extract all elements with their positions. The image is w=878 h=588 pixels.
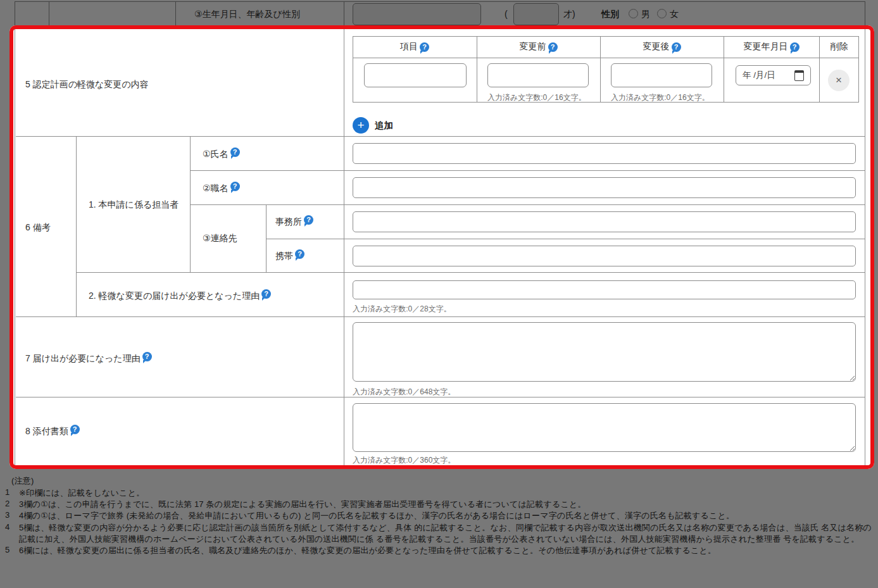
title-input[interactable]	[353, 177, 856, 198]
change-before-input[interactable]	[487, 63, 589, 87]
note-text: 6欄には、軽微な変更の届出に係る担当者の氏名、職名及び連絡先のほか、軽微な変更の…	[19, 545, 716, 556]
help-icon[interactable]	[672, 42, 681, 52]
grid-line	[49, 1, 49, 28]
grid-line	[190, 170, 865, 171]
help-icon[interactable]	[230, 147, 240, 157]
note-text: ※印欄には、記載をしないこと。	[19, 487, 144, 499]
change-item-input[interactable]	[364, 63, 467, 87]
section8-counter: 入力済み文字数:0／360文字。	[353, 455, 455, 466]
note-text: 記載に加え、外国人技能実習機構のホームページにおいて公表されている外国の送出機関…	[19, 534, 860, 545]
age-suffix-label: 才)	[563, 8, 575, 20]
calendar-icon[interactable]	[794, 70, 804, 81]
name-input[interactable]	[353, 143, 856, 164]
group1-label: 1. 本申請に係る担当者	[89, 199, 179, 210]
help-icon[interactable]	[420, 42, 429, 52]
gender-radio-male	[629, 9, 638, 18]
change-after-input[interactable]	[611, 63, 712, 87]
grid-line	[344, 1, 344, 466]
reason-input[interactable]	[353, 280, 856, 299]
column-header-item-label: 項目	[400, 41, 418, 53]
change-date-input[interactable]: 年 /月/日	[736, 65, 811, 85]
note-text: 4欄の①は、ローマ字で旅券 (未発給の場合、発給申請において用いるもの) と同一…	[19, 510, 734, 522]
age-open-paren: (	[505, 8, 508, 20]
column-header-date-label: 変更年月日	[744, 41, 788, 53]
column-header-after: 変更後	[600, 36, 724, 58]
mobile-row-label: 携帯	[275, 249, 304, 261]
column-header-delete: 削除	[819, 36, 859, 58]
notes-title: (注意)	[11, 475, 34, 487]
age-input	[513, 3, 559, 25]
gender-radio-female	[657, 9, 667, 18]
note-number: 5	[5, 545, 9, 554]
change-before-counter: 入力済み文字数:0／16文字。	[487, 92, 586, 103]
note-number: 4	[5, 522, 9, 532]
note-number: 3	[5, 510, 9, 520]
office-label: 事務所	[275, 216, 302, 227]
delete-row-button[interactable]	[828, 70, 850, 91]
change-after-counter: 入力済み文字数:0／16文字。	[611, 92, 710, 103]
note-text: 3欄の①は、この申請を行うまでに、既に法第 17 条の規定による実施の届出を行い…	[19, 499, 586, 510]
grid-line	[266, 239, 865, 239]
note-text: 5欄は、軽微な変更の内容が分かるよう必要に応じ認定計画の該当箇所を別紙として添付…	[19, 522, 872, 534]
grid-line	[190, 136, 191, 272]
section7-label: 7 届け出が必要になった理由	[25, 353, 141, 363]
grid-line	[865, 1, 865, 466]
section8-label: 8 添付書類	[25, 426, 68, 436]
note-number: 2	[5, 499, 9, 508]
column-header-delete-label: 削除	[831, 41, 848, 53]
section8-row-label: 8 添付書類	[25, 425, 80, 437]
grid-line	[190, 204, 865, 205]
attachments-textarea[interactable]	[353, 403, 856, 452]
gender-label: 性別	[601, 8, 619, 20]
name-row-label: ①氏名	[203, 147, 240, 160]
grid-line	[15, 1, 15, 466]
add-row-button[interactable]: 追加	[353, 117, 393, 134]
help-icon[interactable]	[548, 42, 558, 52]
date-placeholder: 年 /月/日	[743, 70, 775, 81]
birthdate-input	[353, 3, 481, 25]
reason-counter: 入力済み文字数:0／28文字。	[353, 304, 451, 315]
column-header-date: 変更年月日	[724, 36, 819, 58]
add-row-label: 追加	[375, 120, 393, 132]
help-icon[interactable]	[70, 425, 80, 434]
grid-line	[353, 58, 859, 58]
note-number: 1	[5, 487, 9, 497]
birthdate-row-label: ③生年月日、年齢及び性別	[194, 8, 300, 20]
mobile-label: 携帯	[275, 251, 293, 261]
reason-label: 2. 軽微な変更の届け出が必要となった理由	[89, 291, 260, 301]
title-label: ②職名	[203, 183, 229, 193]
section6-label: 6 備考	[25, 222, 51, 233]
title-row-label: ②職名	[203, 182, 240, 194]
help-icon[interactable]	[295, 249, 304, 259]
grid-line	[76, 272, 865, 273]
grid-line	[266, 204, 267, 272]
notification-reason-textarea[interactable]	[353, 322, 856, 382]
column-header-item: 項目	[353, 36, 477, 58]
column-header-after-label: 変更後	[643, 41, 670, 53]
help-icon[interactable]	[304, 215, 313, 225]
grid-line	[76, 136, 77, 316]
contact-label: ③連絡先	[203, 232, 237, 244]
form-screen: ③生年月日、年齢及び性別 ( 才) 性別 男 女 5 認定計画の軽微な変更の内容…	[0, 0, 878, 588]
mobile-input[interactable]	[353, 246, 856, 266]
column-header-before-label: 変更前	[520, 41, 546, 53]
grid-line	[16, 136, 865, 137]
help-icon[interactable]	[790, 42, 800, 52]
help-icon[interactable]	[230, 182, 240, 191]
gender-male-label: 男	[641, 8, 650, 20]
office-row-label: 事務所	[275, 215, 313, 227]
reason-row-label: 2. 軽微な変更の届け出が必要となった理由	[89, 289, 271, 301]
help-icon[interactable]	[142, 352, 152, 361]
office-input[interactable]	[353, 211, 856, 232]
grid-line	[16, 316, 865, 317]
grid-line	[175, 1, 176, 28]
gender-female-label: 女	[670, 8, 679, 20]
column-header-before: 変更前	[477, 36, 600, 58]
grid-line	[15, 1, 865, 2]
section5-label: 5 認定計画の軽微な変更の内容	[25, 78, 149, 90]
help-icon[interactable]	[261, 289, 271, 299]
name-label: ①氏名	[203, 149, 229, 159]
plus-icon	[353, 117, 369, 134]
section7-counter: 入力済み文字数:0／648文字。	[353, 387, 455, 397]
section7-row-label: 7 届け出が必要になった理由	[25, 352, 152, 364]
